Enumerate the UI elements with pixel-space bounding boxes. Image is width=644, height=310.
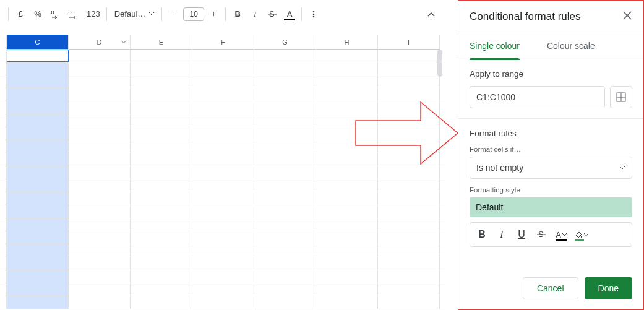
cell[interactable]: [69, 153, 131, 166]
cell[interactable]: [316, 75, 378, 88]
cell[interactable]: [192, 270, 254, 283]
strike-button[interactable]: S: [264, 6, 280, 22]
cell[interactable]: [69, 257, 131, 270]
cell[interactable]: [378, 296, 440, 309]
table-row[interactable]: [0, 244, 445, 257]
cell[interactable]: [7, 50, 69, 62]
cell[interactable]: [192, 88, 254, 101]
cell[interactable]: [69, 283, 131, 296]
cell[interactable]: [378, 50, 440, 62]
cell[interactable]: [378, 140, 440, 153]
cell[interactable]: [254, 179, 316, 192]
cell[interactable]: [254, 75, 316, 88]
cell[interactable]: [131, 62, 192, 75]
cell[interactable]: [192, 192, 254, 205]
cell[interactable]: [131, 205, 192, 218]
cell[interactable]: [192, 296, 254, 309]
cell[interactable]: [7, 140, 69, 153]
currency-button[interactable]: £: [12, 6, 28, 22]
more-toolbar-button[interactable]: [306, 6, 322, 22]
cell[interactable]: [192, 62, 254, 75]
range-input[interactable]: [470, 86, 605, 108]
cell[interactable]: [7, 153, 69, 166]
cell[interactable]: [7, 62, 69, 75]
cell[interactable]: [7, 218, 69, 231]
bold-button[interactable]: B: [230, 6, 246, 22]
cell[interactable]: [131, 140, 192, 153]
table-row[interactable]: [0, 114, 445, 127]
cell[interactable]: [7, 231, 69, 244]
table-row[interactable]: [0, 218, 445, 231]
cell[interactable]: [131, 231, 192, 244]
cell[interactable]: [254, 166, 316, 179]
cell[interactable]: [7, 296, 69, 309]
cell[interactable]: [69, 127, 131, 140]
table-row[interactable]: [0, 179, 445, 192]
table-row[interactable]: [0, 166, 445, 179]
cell[interactable]: [7, 75, 69, 88]
done-button[interactable]: Done: [585, 277, 632, 299]
cell[interactable]: [69, 101, 131, 114]
cell[interactable]: [254, 205, 316, 218]
cell[interactable]: [7, 179, 69, 192]
cell[interactable]: [69, 75, 131, 88]
font-size-increase[interactable]: +: [205, 6, 221, 22]
cell[interactable]: [378, 231, 440, 244]
cell[interactable]: [131, 166, 192, 179]
cell[interactable]: [316, 166, 378, 179]
cell[interactable]: [254, 62, 316, 75]
cell[interactable]: [316, 218, 378, 231]
cell[interactable]: [131, 101, 192, 114]
cell[interactable]: [7, 205, 69, 218]
cell[interactable]: [131, 296, 192, 309]
cell[interactable]: [316, 140, 378, 153]
cell[interactable]: [192, 50, 254, 62]
tab-single-colour[interactable]: Single colour: [470, 32, 520, 59]
cell[interactable]: [254, 257, 316, 270]
cell[interactable]: [69, 296, 131, 309]
strike-button[interactable]: S: [532, 225, 551, 244]
cell[interactable]: [7, 270, 69, 283]
cell[interactable]: [69, 114, 131, 127]
col-header-D[interactable]: D: [69, 35, 131, 50]
cell[interactable]: [316, 270, 378, 283]
bold-button[interactable]: B: [473, 225, 491, 244]
cell[interactable]: [316, 179, 378, 192]
cell[interactable]: [69, 140, 131, 153]
cell[interactable]: [69, 270, 131, 283]
cell[interactable]: [192, 283, 254, 296]
cell[interactable]: [192, 244, 254, 257]
cell[interactable]: [378, 127, 440, 140]
cell[interactable]: [316, 127, 378, 140]
cell[interactable]: [316, 283, 378, 296]
cell[interactable]: [69, 166, 131, 179]
cell[interactable]: [316, 62, 378, 75]
col-header-F[interactable]: F: [192, 35, 254, 50]
cell[interactable]: [378, 192, 440, 205]
cell[interactable]: [131, 283, 192, 296]
cell[interactable]: [131, 218, 192, 231]
cell[interactable]: [254, 50, 316, 62]
cell[interactable]: [192, 205, 254, 218]
cell[interactable]: [254, 127, 316, 140]
cell[interactable]: [131, 244, 192, 257]
cell[interactable]: [378, 153, 440, 166]
cell[interactable]: [254, 88, 316, 101]
cell[interactable]: [316, 205, 378, 218]
cell[interactable]: [131, 114, 192, 127]
cancel-button[interactable]: Cancel: [523, 277, 578, 299]
cell[interactable]: [378, 244, 440, 257]
cell[interactable]: [7, 88, 69, 101]
font-select[interactable]: Defaul…: [111, 6, 158, 22]
cell[interactable]: [378, 283, 440, 296]
col-header-C[interactable]: C: [7, 35, 69, 50]
scrollbar-thumb[interactable]: [437, 50, 442, 77]
cell[interactable]: [254, 140, 316, 153]
cell[interactable]: [378, 218, 440, 231]
more-formats-button[interactable]: 123: [84, 6, 103, 22]
spreadsheet-grid[interactable]: C D E F G H I: [0, 35, 445, 309]
percent-button[interactable]: %: [30, 6, 46, 22]
table-row[interactable]: [0, 140, 445, 153]
cell[interactable]: [192, 75, 254, 88]
cell[interactable]: [316, 231, 378, 244]
